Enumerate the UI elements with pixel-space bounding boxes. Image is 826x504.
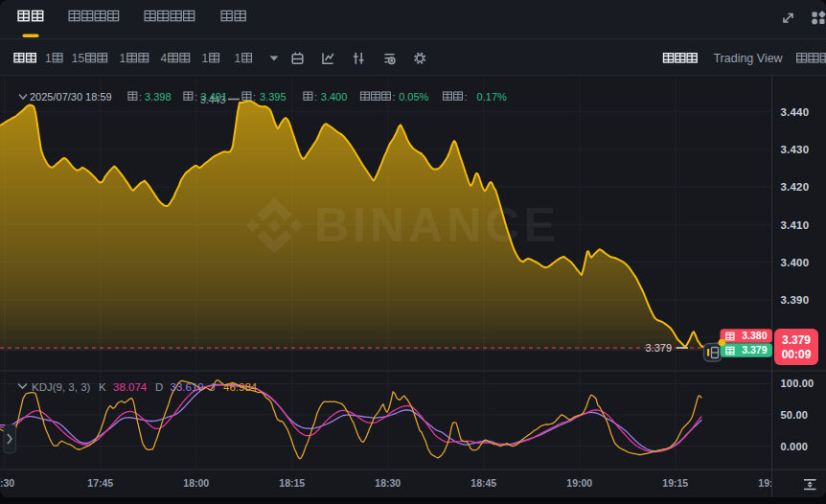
svg-text:4: 4 [161,52,168,65]
svg-text:3.390: 3.390 [781,294,810,306]
svg-text::: : [139,91,142,103]
svg-text:18:30: 18:30 [375,477,401,489]
svg-text:J: J [210,381,216,393]
svg-text:3.379: 3.379 [645,342,672,354]
svg-text:BINANCE: BINANCE [314,198,560,252]
svg-text:18:15: 18:15 [279,477,305,489]
svg-text:0.000: 0.000 [781,441,809,452]
svg-text:3.430: 3.430 [781,144,810,155]
svg-text:50.00: 50.00 [781,409,809,421]
svg-text:3.401: 3.401 [201,91,228,103]
svg-text::: : [253,91,256,103]
svg-text:0.05%: 0.05% [399,91,428,103]
svg-text:3.380: 3.380 [742,330,767,341]
svg-text:3.440: 3.440 [781,106,810,118]
svg-text:1: 1 [120,52,126,65]
svg-text:1: 1 [202,52,209,65]
svg-text:K: K [99,381,106,393]
svg-text:00:09: 00:09 [782,348,812,361]
svg-text:KDJ(9, 3, 3): KDJ(9, 3, 3) [32,381,91,393]
svg-text:3.395: 3.395 [260,91,287,103]
svg-text:1: 1 [235,52,241,65]
svg-text:3.379: 3.379 [782,333,811,347]
svg-text:3.400: 3.400 [781,257,810,268]
svg-text:19:00: 19:00 [566,477,592,489]
svg-text:17:45: 17:45 [87,477,113,489]
svg-text::30: :30 [0,477,14,489]
svg-text::: : [195,91,197,103]
svg-text:46.984: 46.984 [223,381,258,393]
svg-text:3.410: 3.410 [781,219,810,231]
svg-text:0.17%: 0.17% [477,91,507,103]
svg-text:3.400: 3.400 [321,91,348,103]
svg-text:19:15: 19:15 [662,477,688,489]
svg-text::: : [393,91,396,103]
svg-text:2025/07/30 18:59: 2025/07/30 18:59 [30,91,112,103]
svg-text::: : [314,91,317,103]
svg-text:3.379: 3.379 [742,344,767,355]
svg-text:38.074: 38.074 [113,381,148,393]
svg-text:15: 15 [72,52,85,65]
svg-text:3.398: 3.398 [145,91,172,103]
svg-text:Trading View: Trading View [713,52,783,65]
svg-text:1: 1 [45,52,52,65]
svg-text:100.00: 100.00 [781,378,815,389]
svg-text:18:00: 18:00 [183,477,209,489]
svg-text::: : [465,91,468,103]
svg-text:3.420: 3.420 [781,181,810,193]
svg-text:D: D [155,381,163,393]
svg-text:33.619: 33.619 [171,381,204,393]
svg-text:18:45: 18:45 [470,477,496,489]
